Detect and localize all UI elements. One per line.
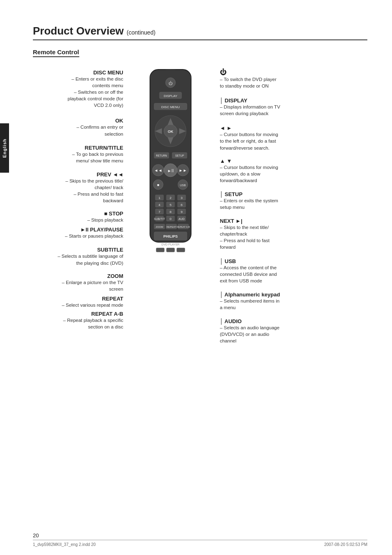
annotation-disc-menu: DISC MENU – Enters or exits the disccont… xyxy=(33,69,123,109)
ann-lr-title: ◄ ► xyxy=(220,125,367,131)
ann-zoom-desc: – Enlarge a picture on the TVscreen xyxy=(33,279,123,292)
ann-disc-menu-title: DISC MENU xyxy=(33,69,123,76)
ann-play-desc: – Starts or pauses playback xyxy=(33,233,123,239)
ann-play-title: ►II PLAY/PAUSE xyxy=(33,227,123,233)
ann-setup-desc: – Enters or exits the systemsetup menu xyxy=(220,197,367,210)
annotation-standby: ⏻ – To switch the DVD playerto standby m… xyxy=(220,69,367,89)
ann-repeat-ab-title: REPEAT A-B xyxy=(33,311,123,317)
svg-text:OK: OK xyxy=(168,130,173,134)
annotation-display: │ DISPLAY – Displays information on TVsc… xyxy=(220,97,367,117)
svg-text:DISC MENU: DISC MENU xyxy=(161,105,180,109)
title-text: Product Overview xyxy=(33,25,124,37)
annotation-setup: │ SETUP – Enters or exits the systemsetu… xyxy=(220,191,367,210)
ann-ud-desc: – Cursor buttons for movingup/down, do a… xyxy=(220,164,367,184)
svg-rect-64 xyxy=(177,248,185,252)
ann-return-desc: – To go back to previousmenu/ show title… xyxy=(33,151,123,164)
ann-usb-desc: – Access the content of theconnected USB… xyxy=(220,264,367,284)
svg-text:■: ■ xyxy=(157,183,159,187)
annotation-ok: OK – Confirms an entry orselection xyxy=(33,118,123,137)
svg-text:0: 0 xyxy=(170,217,172,221)
svg-text:DISPLAY: DISPLAY xyxy=(164,94,178,98)
ann-ok-desc: – Confirms an entry orselection xyxy=(33,124,123,137)
ann-repeat-desc: – Select various repeat mode xyxy=(33,302,123,308)
ann-repeat-title: REPEAT xyxy=(33,296,123,302)
annotation-ud-cursor: ▲ ▼ – Cursor buttons for movingup/down, … xyxy=(220,158,367,184)
ann-prev-desc: – Skips to the previous title/chapter/ t… xyxy=(33,178,123,204)
ann-prev-title: PREV ◄◄ xyxy=(33,171,123,178)
page-header: Product Overview (continued) xyxy=(33,25,367,40)
annotation-prev: PREV ◄◄ – Skips to the previous title/ch… xyxy=(33,171,123,204)
svg-text:ZOOM: ZOOM xyxy=(156,226,163,228)
svg-text:SETUP: SETUP xyxy=(175,154,184,157)
side-tab-label: English xyxy=(2,139,7,158)
svg-text:REPEAT: REPEAT xyxy=(166,226,176,228)
annotation-alphanumeric: │ Alphanumeric keypad – Selects numbered… xyxy=(220,291,367,311)
side-tab: English xyxy=(0,123,9,173)
svg-text:DVD PLAYER: DVD PLAYER xyxy=(161,243,180,246)
footer-left: 1_dvp5982MKII_37_eng 2.indd 20 xyxy=(33,542,96,547)
ann-display-desc: – Displays information on TVscreen durin… xyxy=(220,104,367,117)
svg-text:USB: USB xyxy=(180,184,186,187)
ann-next-desc: – Skips to the next title/chapter/track–… xyxy=(220,224,367,250)
annotation-zoom: ZOOM – Enlarge a picture on the TVscreen xyxy=(33,273,123,292)
remote-image: ⏻ DISPLAY DISC MENU xyxy=(131,65,210,354)
annotation-next: NEXT ►| – Skips to the next title/chapte… xyxy=(220,218,367,250)
ann-ud-title: ▲ ▼ xyxy=(220,158,367,164)
ann-disc-menu-desc: – Enters or exits the disccontents menu–… xyxy=(33,76,123,109)
svg-text:REPEAT A-B: REPEAT A-B xyxy=(177,226,190,228)
main-content: DISC MENU – Enters or exits the disccont… xyxy=(33,65,367,354)
ann-alpha-title: │ Alphanumeric keypad xyxy=(220,291,367,298)
ann-display-title: │ DISPLAY xyxy=(220,97,367,104)
left-annotations: DISC MENU – Enters or exits the disccont… xyxy=(33,65,127,354)
svg-text:4: 4 xyxy=(159,203,161,207)
svg-rect-63 xyxy=(166,248,175,252)
svg-text:SUB/TIT: SUB/TIT xyxy=(154,217,166,220)
right-annotations: ⏻ – To switch the DVD playerto standby m… xyxy=(214,65,367,354)
ann-subtitle-title: SUBTITLE xyxy=(33,247,123,253)
ann-next-title: NEXT ►| xyxy=(220,218,367,224)
svg-text:6: 6 xyxy=(181,203,183,207)
annotation-play-pause: ►II PLAY/PAUSE – Starts or pauses playba… xyxy=(33,227,123,239)
ann-audio-title: │ AUDIO xyxy=(220,318,367,324)
svg-text:5: 5 xyxy=(170,203,172,207)
ann-lr-desc: – Cursor buttons for movingto the left o… xyxy=(220,131,367,151)
svg-text:◄◄: ◄◄ xyxy=(154,168,162,173)
ann-standby-title: ⏻ xyxy=(220,69,367,76)
svg-text:►►: ►► xyxy=(179,168,187,173)
ann-audio-desc: – Selects an audio language(DVD/VCD) or … xyxy=(220,324,367,344)
svg-text:⏻: ⏻ xyxy=(168,81,173,86)
ann-stop-desc: – Stops playback xyxy=(33,217,123,223)
footer: 1_dvp5982MKII_37_eng 2.indd 20 2007-08-2… xyxy=(33,540,367,547)
annotation-audio: │ AUDIO – Selects an audio language(DVD/… xyxy=(220,318,367,344)
annotation-stop: ■ STOP – Stops playback xyxy=(33,210,123,223)
annotation-return-title: RETURN/TITLE – To go back to previousmen… xyxy=(33,145,123,164)
ann-repeat-ab-desc: – Repeat playback a specificsection on a… xyxy=(33,317,123,330)
ann-setup-title: │ SETUP xyxy=(220,191,367,197)
ann-zoom-title: ZOOM xyxy=(33,273,123,279)
ann-stop-title: ■ STOP xyxy=(33,210,123,217)
ann-usb-title: │ USB xyxy=(220,258,367,264)
svg-text:7: 7 xyxy=(159,210,161,214)
annotation-usb: │ USB – Access the content of theconnect… xyxy=(220,258,367,284)
ann-standby-desc: – To switch the DVD playerto standby mod… xyxy=(220,76,367,89)
svg-text:3: 3 xyxy=(181,196,183,200)
svg-text:►II: ►II xyxy=(167,169,173,173)
ann-alpha-desc: – Selects numbered items ina menu xyxy=(220,298,367,311)
page-container: English Product Overview (continued) Rem… xyxy=(0,0,392,555)
footer-right: 2007-08-20 5:02:53 PM xyxy=(324,542,367,547)
center-col: ⏻ DISPLAY DISC MENU xyxy=(127,65,214,354)
section-title: Remote Control xyxy=(33,49,79,57)
annotation-repeat: REPEAT – Select various repeat mode xyxy=(33,296,123,308)
svg-text:PHILIPS: PHILIPS xyxy=(163,234,178,238)
page-number: 20 xyxy=(33,532,39,539)
svg-text:RETURN: RETURN xyxy=(156,154,167,157)
svg-text:9: 9 xyxy=(181,210,183,214)
ann-ok-title: OK xyxy=(33,118,123,124)
svg-text:2: 2 xyxy=(170,196,172,200)
annotation-subtitle: SUBTITLE – Selects a subtitle language o… xyxy=(33,247,123,266)
remote-svg: ⏻ DISPLAY DISC MENU xyxy=(131,65,210,353)
ann-return-title: RETURN/TITLE xyxy=(33,145,123,151)
ann-subtitle-desc: – Selects a subtitle language ofthe play… xyxy=(33,253,123,266)
annotation-repeat-ab: REPEAT A-B – Repeat playback a specifics… xyxy=(33,311,123,330)
continued-text: (continued) xyxy=(127,29,155,36)
